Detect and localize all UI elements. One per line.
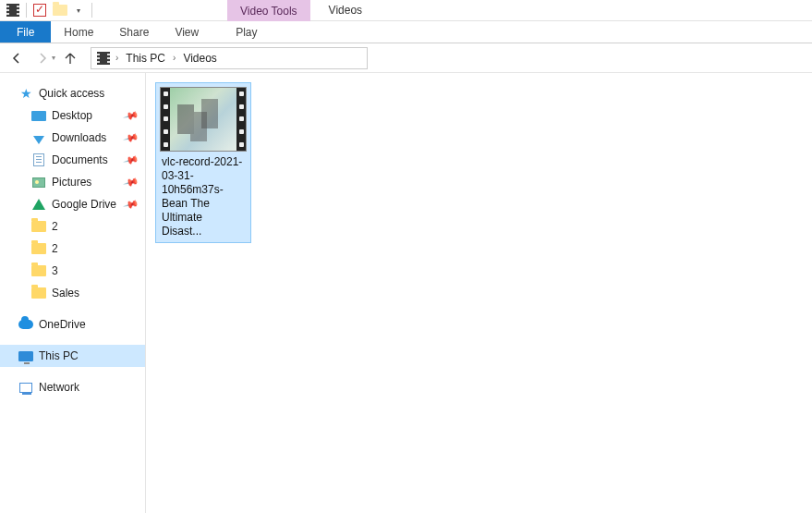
ribbon-tabs: File Home Share View Play (0, 21, 812, 43)
folder-icon (31, 241, 46, 256)
tree-item-pictures[interactable]: Pictures 📌 (0, 171, 145, 193)
app-icon[interactable] (4, 1, 22, 19)
tree-item-label: Downloads (52, 131, 106, 144)
arrow-right-icon (35, 51, 50, 66)
pin-icon: 📌 (123, 174, 140, 190)
tree-item-label: 3 (52, 264, 58, 277)
cloud-icon (18, 317, 33, 332)
gdrive-icon (31, 197, 46, 212)
ribbon-tab-play[interactable]: Play (223, 21, 270, 43)
ribbon-tab-view[interactable]: View (162, 21, 212, 43)
qat-customize-dropdown[interactable]: ▾ (69, 1, 88, 19)
window-title: Videos (310, 0, 381, 20)
ribbon-tab-label: File (17, 26, 34, 39)
titlebar: ▾ Video Tools Videos (0, 0, 812, 21)
tree-item-label: Sales (52, 287, 79, 299)
up-button[interactable] (59, 47, 81, 69)
tree-quick-access[interactable]: ★ Quick access (0, 82, 145, 104)
ribbon-tab-share[interactable]: Share (106, 21, 162, 43)
ribbon-tab-home[interactable]: Home (51, 21, 106, 43)
tree-thispc[interactable]: This PC (0, 345, 145, 367)
address-bar[interactable]: › This PC › Videos (91, 47, 368, 69)
tree-item-desktop[interactable]: Desktop 📌 (0, 104, 145, 127)
file-item[interactable]: vlc-record-2021-03-31-10h56m37s-Bean The… (155, 82, 251, 243)
pin-icon: 📌 (123, 152, 140, 168)
tree-item-label: OneDrive (39, 318, 86, 331)
ribbon-tab-label: Share (119, 26, 149, 39)
monitor-icon (18, 348, 33, 363)
tree-item-label: Pictures (52, 176, 91, 189)
arrow-up-icon (63, 51, 78, 66)
tree-item-label: Google Drive (52, 198, 116, 211)
quick-access-toolbar: ▾ (0, 0, 98, 20)
contextual-tab-group-label: Video Tools (240, 5, 297, 18)
folder-icon (31, 219, 46, 234)
forward-button[interactable] (31, 47, 54, 69)
filmstrip-icon (236, 88, 246, 151)
ribbon-tab-label: Home (64, 26, 93, 39)
main-area: ★ Quick access Desktop 📌 Downloads 📌 Doc… (0, 73, 812, 513)
tree-item-label: 2 (52, 220, 58, 233)
file-name-label: vlc-record-2021-03-31-10h56m37s-Bean The… (160, 155, 247, 238)
contextual-tab-group-video: Video Tools (227, 0, 310, 21)
separator (91, 3, 92, 18)
breadcrumb-segment-thispc[interactable]: This PC (122, 52, 169, 65)
content-pane[interactable]: vlc-record-2021-03-31-10h56m37s-Bean The… (146, 73, 812, 513)
folder-icon (31, 286, 46, 300)
tree-onedrive[interactable]: OneDrive (0, 313, 145, 336)
breadcrumb-segment-videos[interactable]: Videos (179, 52, 220, 65)
qat-newfolder-button[interactable] (51, 1, 69, 19)
tree-item-label: Documents (52, 153, 108, 166)
desktop-icon (31, 108, 46, 123)
navigation-bar: ▾ › This PC › Videos (0, 43, 812, 73)
document-icon (31, 153, 46, 167)
tree-item-folder[interactable]: 3 (0, 260, 145, 282)
pin-icon: 📌 (123, 107, 140, 124)
separator (26, 3, 27, 18)
tree-network[interactable]: Network (0, 376, 145, 398)
tree-item-downloads[interactable]: Downloads 📌 (0, 127, 145, 149)
pin-icon: 📌 (123, 129, 140, 146)
tree-item-documents[interactable]: Documents 📌 (0, 149, 145, 171)
arrow-left-icon (9, 51, 24, 66)
tree-item-label: Network (39, 381, 79, 394)
breadcrumb-caret-icon[interactable]: › (169, 53, 179, 63)
folder-icon (31, 263, 46, 278)
tree-item-label: Desktop (52, 109, 92, 122)
ribbon-tab-label: Play (236, 26, 257, 39)
star-icon: ★ (18, 86, 33, 101)
navigation-pane: ★ Quick access Desktop 📌 Downloads 📌 Doc… (0, 73, 146, 513)
tree-item-googledrive[interactable]: Google Drive 📌 (0, 193, 145, 215)
picture-icon (31, 175, 46, 189)
qat-properties-button[interactable] (30, 1, 49, 19)
tree-item-folder[interactable]: 2 (0, 215, 145, 238)
tree-item-label: Quick access (39, 87, 104, 100)
tree-item-label: This PC (39, 349, 79, 362)
download-icon (31, 130, 46, 145)
tree-item-folder[interactable]: Sales (0, 282, 145, 304)
network-icon (18, 380, 33, 395)
recent-locations-dropdown[interactable]: ▾ (52, 54, 55, 62)
ribbon-tab-label: View (175, 26, 199, 39)
breadcrumb-caret-icon[interactable]: › (112, 53, 122, 63)
ribbon-tab-file[interactable]: File (0, 21, 51, 43)
thumbnail-image (170, 88, 236, 151)
pin-icon: 📌 (123, 196, 140, 213)
window-title-text: Videos (329, 4, 362, 17)
tree-item-folder[interactable]: 2 (0, 238, 145, 260)
filmstrip-icon (161, 88, 170, 151)
location-icon (95, 50, 112, 67)
video-thumbnail (160, 87, 247, 152)
tree-item-label: 2 (52, 242, 58, 255)
back-button[interactable] (6, 47, 28, 69)
